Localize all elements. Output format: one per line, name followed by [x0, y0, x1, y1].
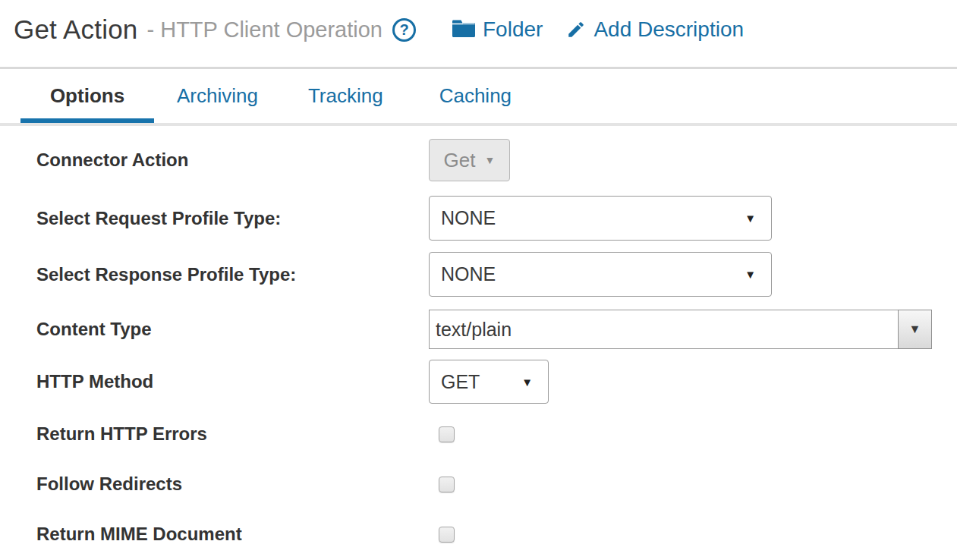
folder-link-label: Folder: [483, 17, 543, 42]
connector-action-label: Connector Action: [36, 149, 429, 171]
tab-archiving[interactable]: Archiving: [154, 69, 281, 123]
response-profile-value: NONE: [441, 263, 496, 285]
follow-redirects-label: Follow Redirects: [36, 473, 429, 495]
content-type-combobox: ▼: [429, 310, 932, 349]
return-mime-document-checkbox[interactable]: [439, 527, 455, 543]
content-type-row: Content Type ▼: [36, 310, 957, 349]
pencil-icon: [566, 20, 586, 39]
http-method-row: HTTP Method GET ▼: [36, 360, 957, 404]
response-profile-select[interactable]: NONE ▼: [429, 252, 772, 297]
dropdown-arrow-icon: ▼: [745, 212, 756, 225]
return-http-errors-row: Return HTTP Errors: [36, 421, 957, 447]
operation-header: Get Action - HTTP Client Operation ? Fol…: [0, 0, 957, 69]
page-title: Get Action: [14, 14, 137, 45]
folder-link[interactable]: Folder: [452, 17, 543, 42]
content-type-input[interactable]: [429, 310, 898, 349]
response-profile-label: Select Response Profile Type:: [36, 264, 429, 285]
tab-tracking[interactable]: Tracking: [285, 69, 406, 123]
dropdown-arrow-icon: ▼: [485, 154, 496, 166]
request-profile-row: Select Request Profile Type: NONE ▼: [36, 196, 957, 241]
help-icon[interactable]: ?: [392, 18, 416, 42]
content-type-label: Content Type: [36, 319, 429, 340]
add-description-label: Add Description: [593, 17, 744, 42]
connector-action-select: Get ▼: [429, 139, 510, 181]
return-http-errors-label: Return HTTP Errors: [36, 423, 429, 445]
page-subtitle: - HTTP Client Operation: [146, 17, 382, 42]
http-method-select[interactable]: GET ▼: [429, 360, 549, 404]
follow-redirects-row: Follow Redirects: [36, 471, 957, 497]
dropdown-arrow-icon: ▼: [521, 376, 533, 389]
operation-tabbar: Options Archiving Tracking Caching: [0, 69, 957, 126]
request-profile-value: NONE: [441, 207, 496, 229]
response-profile-row: Select Response Profile Type: NONE ▼: [36, 252, 957, 297]
folder-icon: [452, 20, 475, 39]
request-profile-select[interactable]: NONE ▼: [429, 196, 772, 241]
follow-redirects-checkbox[interactable]: [439, 477, 455, 492]
connector-action-value: Get: [444, 149, 476, 172]
return-mime-document-label: Return MIME Document: [36, 524, 429, 545]
return-http-errors-checkbox[interactable]: [439, 426, 455, 442]
content-type-dropdown-button[interactable]: ▼: [898, 310, 932, 349]
tab-options[interactable]: Options: [20, 69, 154, 123]
return-mime-document-row: Return MIME Document: [36, 521, 957, 547]
http-method-value: GET: [441, 371, 480, 393]
dropdown-arrow-icon: ▼: [745, 268, 756, 281]
request-profile-label: Select Request Profile Type:: [36, 208, 429, 229]
tab-caching[interactable]: Caching: [417, 69, 534, 123]
dropdown-arrow-icon: ▼: [909, 322, 921, 336]
options-form: Connector Action Get ▼ Select Request Pr…: [0, 139, 957, 547]
add-description-link[interactable]: Add Description: [566, 17, 744, 42]
http-method-label: HTTP Method: [36, 371, 429, 392]
connector-action-row: Connector Action Get ▼: [36, 139, 957, 181]
